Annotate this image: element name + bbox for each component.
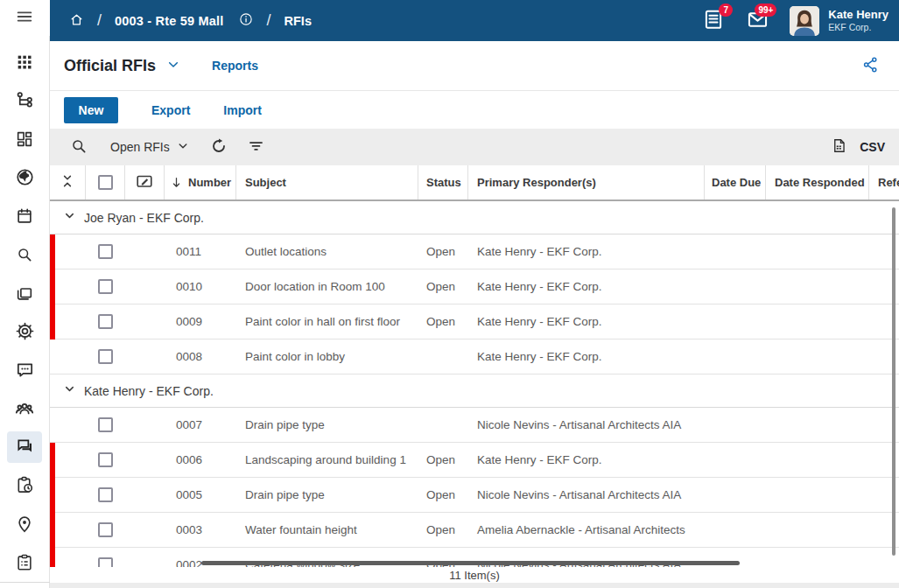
rfi-log-button[interactable]: 7: [699, 6, 728, 36]
batch-edit-header[interactable]: [125, 165, 165, 200]
refresh-button[interactable]: [210, 137, 228, 158]
sidebar-item-search[interactable]: [7, 239, 42, 270]
sidebar-item-comment[interactable]: [7, 354, 42, 386]
dashboard-icon: [15, 130, 34, 149]
sidebar-item-clipboard-clock[interactable]: [7, 470, 42, 501]
column-header-status[interactable]: Status: [418, 165, 468, 200]
column-header-number[interactable]: Number: [165, 165, 236, 200]
column-header-subject[interactable]: Subject: [236, 165, 418, 200]
group-header-row[interactable]: Kate Henry - EKF Corp.: [50, 374, 899, 408]
row-checkbox[interactable]: [98, 314, 113, 329]
share-icon[interactable]: [862, 56, 880, 76]
chevron-down-icon: [166, 58, 180, 74]
row-number: 0007: [165, 418, 236, 431]
vertical-scrollbar[interactable]: [892, 207, 895, 556]
chevron-down-icon: [63, 209, 76, 226]
rfi-row[interactable]: 0007 Drain pipe type Nicole Nevins - Art…: [50, 408, 899, 443]
rfi-row[interactable]: 0005 Drain pipe type Open Nicole Nevins …: [50, 478, 899, 513]
clipboard-list-icon: [15, 553, 34, 572]
export-csv-button[interactable]: CSV: [831, 137, 885, 157]
row-checkbox[interactable]: [98, 244, 113, 259]
page-header: Official RFIs Reports: [50, 41, 899, 91]
column-label-date-due: Date Due: [712, 176, 761, 189]
reports-link[interactable]: Reports: [212, 59, 258, 73]
csv-label: CSV: [860, 140, 885, 154]
row-checkbox-cell: [86, 522, 125, 537]
avatar[interactable]: [790, 6, 819, 36]
horizontal-scrollbar[interactable]: [201, 561, 740, 565]
page-title-dropdown[interactable]: [166, 58, 180, 74]
search-button[interactable]: [70, 137, 88, 158]
select-all-header[interactable]: [86, 165, 125, 200]
row-status: Open: [418, 488, 468, 501]
rfi-row[interactable]: 0006 Landscaping around building 1 Open …: [50, 443, 899, 478]
row-checkbox[interactable]: [98, 452, 113, 467]
hamburger-menu-icon[interactable]: [0, 0, 50, 36]
rfi-row[interactable]: 0008 Paint color in lobby Kate Henry - E…: [50, 340, 899, 374]
row-responder: Nicole Nevins - Artisanal Architects AIA: [468, 418, 705, 431]
info-icon[interactable]: [238, 11, 254, 30]
row-checkbox[interactable]: [98, 557, 113, 567]
location-pin-icon: [15, 514, 34, 534]
row-checkbox[interactable]: [98, 417, 113, 432]
sidebar-item-folders[interactable]: [7, 277, 42, 309]
sidebar-item-calendar[interactable]: [7, 200, 42, 232]
import-button[interactable]: Import: [223, 103, 262, 117]
sidebar-item-dashboard[interactable]: [7, 123, 42, 155]
row-status: Open: [418, 245, 468, 258]
rfi-row[interactable]: 0003 Water fountain height Open Amelia A…: [50, 513, 899, 548]
rfi-row[interactable]: 0009 Paint color in hall on first floor …: [50, 304, 899, 340]
rfi-log-badge: 7: [719, 4, 733, 17]
new-button[interactable]: New: [64, 97, 118, 123]
apps-grid-icon: [15, 52, 34, 72]
row-checkbox[interactable]: [98, 279, 113, 294]
user-company: EKF Corp.: [828, 22, 888, 33]
select-all-checkbox[interactable]: [98, 175, 113, 190]
column-label-date-responded: Date Responded: [775, 176, 865, 189]
search-icon: [70, 137, 88, 158]
saved-view-dropdown[interactable]: Open RFIs: [110, 140, 189, 155]
row-checkbox[interactable]: [98, 522, 113, 537]
filter-icon: [247, 136, 265, 158]
breadcrumb-section: RFIs: [284, 14, 312, 28]
row-responder: Nicole Nevins - Artisanal Architects AIA: [468, 488, 705, 501]
filter-button[interactable]: [247, 136, 265, 158]
calendar-icon: [15, 206, 34, 226]
column-header-reference[interactable]: Refe: [869, 165, 899, 200]
home-button[interactable]: [69, 12, 84, 30]
sidebar-nav: [7, 36, 42, 582]
row-checkbox[interactable]: [98, 487, 113, 502]
row-checkbox-cell: [86, 244, 125, 259]
sidebar-item-people[interactable]: [7, 393, 42, 424]
group-header-row[interactable]: Joe Ryan - EKF Corp.: [50, 201, 899, 234]
row-status: Open: [418, 453, 468, 466]
mail-badge: 99+: [755, 4, 776, 17]
export-button[interactable]: Export: [151, 103, 190, 117]
rfi-row[interactable]: 0010 Door location in Room 100 Open Kate…: [50, 270, 899, 304]
breadcrumb-separator: /: [267, 11, 271, 30]
sidebar-item-settings-gear[interactable]: [7, 316, 42, 347]
avatar-photo-icon: [790, 25, 819, 36]
sidebar-item-workflow[interactable]: [7, 85, 42, 116]
app-window: / 0003 - Rte 59 Mall / RFIs 7 99+ Kate H…: [0, 0, 899, 588]
sidebar-item-clipboard-list[interactable]: [7, 547, 42, 578]
sidebar-item-globe[interactable]: [7, 162, 42, 193]
row-checkbox-cell: [86, 279, 125, 294]
sort-descending-icon: [170, 176, 183, 189]
column-header-responder[interactable]: Primary Responder(s): [468, 165, 705, 200]
collapse-all-header[interactable]: [50, 165, 86, 200]
clipboard-clock-icon: [15, 475, 35, 495]
breadcrumb-project[interactable]: 0003 - Rte 59 Mall: [115, 14, 224, 28]
chevron-down-icon: [177, 140, 189, 155]
row-checkbox[interactable]: [98, 349, 113, 364]
column-header-date-due[interactable]: Date Due: [705, 165, 766, 200]
row-status: Open: [418, 523, 468, 536]
sidebar-item-apps-grid[interactable]: [7, 46, 42, 78]
column-header-date-responded[interactable]: Date Responded: [766, 165, 869, 200]
forum-chat-icon: [15, 437, 35, 457]
sidebar-item-forum-chat[interactable]: [7, 431, 42, 463]
sidebar-item-location-pin[interactable]: [7, 508, 42, 540]
user-meta: Kate Henry EKF Corp.: [828, 8, 888, 33]
rfi-row[interactable]: 0011 Outlet locations Open Kate Henry - …: [50, 234, 899, 270]
mail-button[interactable]: 99+: [742, 6, 772, 36]
